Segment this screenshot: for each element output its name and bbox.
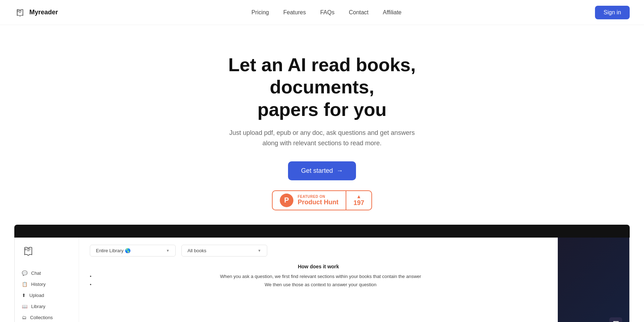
sidebar-upload-label: Upload <box>29 293 44 298</box>
hero-section: Let an AI read books, documents, papers … <box>0 25 644 322</box>
app-sidebar: 💬 Chat 📋 History ⬆ Upload 📖 Library 🗂 <box>15 238 79 322</box>
app-dark-button[interactable]: ⬜ <box>609 317 622 322</box>
library-icon: 📖 <box>22 304 28 309</box>
logo-icon <box>14 7 26 18</box>
sidebar-item-library[interactable]: 📖 Library <box>15 301 79 312</box>
brand-logo[interactable]: Myreader <box>14 7 58 18</box>
collections-icon: 🗂 <box>22 315 26 320</box>
app-content-title: How does it work <box>90 264 547 269</box>
ph-featured-label: FEATURED ON <box>298 195 325 199</box>
nav-links: Pricing Features FAQs Contact Affiliate <box>252 9 401 16</box>
nav-faqs[interactable]: FAQs <box>320 9 335 16</box>
svg-point-2 <box>25 249 26 250</box>
arrow-icon: → <box>337 167 343 175</box>
sidebar-collections-label: Collections <box>30 315 53 320</box>
app-logo-icon <box>22 245 35 258</box>
sidebar-item-chat[interactable]: 💬 Chat <box>15 268 79 279</box>
hero-subtext: Just upload pdf, epub or any doc, ask qu… <box>222 128 422 148</box>
get-started-button[interactable]: Get started → <box>288 161 356 180</box>
nav-contact[interactable]: Contact <box>349 9 369 16</box>
sidebar-chat-label: Chat <box>31 270 41 276</box>
app-window: 💬 Chat 📋 History ⬆ Upload 📖 Library 🗂 <box>14 238 630 322</box>
app-content-list: When you ask a question, we first find r… <box>90 274 547 287</box>
ph-badge-left: P FEATURED ON Product Hunt <box>273 191 346 210</box>
nav-features[interactable]: Features <box>283 9 306 16</box>
app-main-content: Entire Library 🌎 ▼ All books ▼ How does … <box>79 238 558 322</box>
brand-name: Myreader <box>29 9 58 16</box>
list-item: When you ask a question, we first find r… <box>90 274 547 279</box>
ph-product-name: Product Hunt <box>298 199 338 206</box>
signin-button[interactable]: Sign in <box>595 6 630 19</box>
navbar: Myreader Pricing Features FAQs Contact A… <box>0 0 644 25</box>
hero-heading: Let an AI read books, documents, papers … <box>197 54 447 121</box>
books-select-chevron: ▼ <box>258 249 261 253</box>
library-select-chevron: ▼ <box>166 249 170 253</box>
app-sidebar-logo <box>15 245 42 268</box>
ph-upvote-arrow: ▲ <box>356 194 361 199</box>
nav-affiliate[interactable]: Affiliate <box>383 9 401 16</box>
sidebar-item-upload[interactable]: ⬆ Upload <box>15 290 79 301</box>
ph-count-number: 197 <box>353 199 364 207</box>
get-started-label: Get started <box>301 167 333 175</box>
sidebar-library-label: Library <box>31 304 45 309</box>
nav-pricing[interactable]: Pricing <box>252 9 269 16</box>
app-preview: 💬 Chat 📋 History ⬆ Upload 📖 Library 🗂 <box>14 225 630 322</box>
library-select[interactable]: Entire Library 🌎 ▼ <box>90 245 176 257</box>
product-hunt-badge[interactable]: P FEATURED ON Product Hunt ▲ 197 <box>272 190 372 210</box>
books-select[interactable]: All books ▼ <box>181 245 267 257</box>
chat-icon: 💬 <box>22 270 28 276</box>
app-titlebar <box>14 225 630 238</box>
history-icon: 📋 <box>22 282 28 287</box>
app-selects-row: Entire Library 🌎 ▼ All books ▼ <box>90 245 547 257</box>
sidebar-item-history[interactable]: 📋 History <box>15 279 79 290</box>
ph-logo-circle: P <box>280 194 293 207</box>
sidebar-item-collections[interactable]: 🗂 Collections <box>15 312 79 322</box>
ph-vote-count: ▲ 197 <box>346 191 371 210</box>
ph-text: FEATURED ON Product Hunt <box>298 195 338 206</box>
upload-icon: ⬆ <box>22 293 26 298</box>
list-item: We then use those as context to answer y… <box>90 282 547 287</box>
app-dark-panel: ⬜ <box>558 238 629 322</box>
sidebar-history-label: History <box>31 282 45 287</box>
